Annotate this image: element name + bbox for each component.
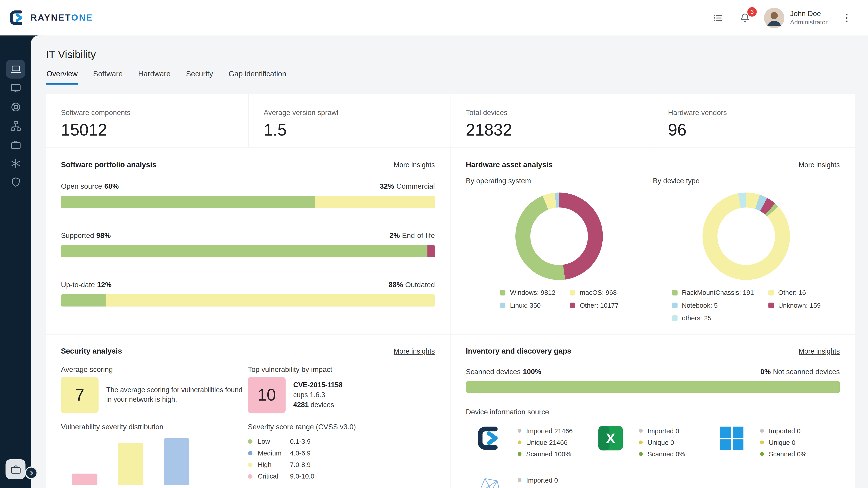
dashboard-grid: Software components 15012 Average versio… xyxy=(46,94,855,488)
more-insights-link[interactable]: More insights xyxy=(394,347,435,355)
card-title: Inventory and discovery gaps xyxy=(466,347,571,355)
app-shell: RAYNETONE 3 xyxy=(0,0,868,488)
tab-overview[interactable]: Overview xyxy=(46,70,78,85)
notifications-button[interactable]: 3 xyxy=(737,10,753,26)
severity-bar-medium xyxy=(164,438,189,485)
more-insights-link[interactable]: More insights xyxy=(394,161,435,168)
up-to-date-bar: Up-to-date12% 88%Outdated xyxy=(61,281,435,306)
os-legend: Windows: 9812 Linux: 350 macOS: 968 Othe… xyxy=(500,289,618,309)
kebab-menu-button[interactable] xyxy=(839,10,855,26)
svg-text:X: X xyxy=(606,430,615,446)
sidebar-item-devices[interactable] xyxy=(6,78,25,97)
task-list-button[interactable] xyxy=(710,10,726,26)
wireframe-icon xyxy=(476,474,502,488)
app-logo[interactable]: RAYNETONE xyxy=(9,9,93,26)
raynet-logo-icon xyxy=(9,9,25,26)
donut-by-device-type xyxy=(703,193,790,280)
source-excel: X Imported 0 Unique 0 Scanned 0% xyxy=(597,425,719,460)
lifebuoy-icon xyxy=(10,101,21,112)
source-windows: Imported 0 Unique 0 Scanned 0% xyxy=(718,425,840,460)
security-analysis-card: Security analysis More insights Average … xyxy=(46,335,450,488)
software-portfolio-card: Software portfolio analysis More insight… xyxy=(46,148,450,333)
supported-bar: Supported98% 2%End-of-life xyxy=(61,231,435,257)
kpi-strip: Software components 15012 Average versio… xyxy=(46,94,855,147)
page-title: IT Visibility xyxy=(46,49,855,61)
cvss-range-label: Severity score range (CVSS v3.0) xyxy=(248,423,435,431)
kpi-average-version-sprawl: Average version sprawl 1.5 xyxy=(248,94,450,147)
monitor-icon xyxy=(10,82,21,94)
severity-bar-high xyxy=(118,443,144,485)
card-title: Security analysis xyxy=(61,347,122,355)
briefcase-icon xyxy=(10,138,21,150)
average-scoring-block: Average scoring 7 The average scoring fo… xyxy=(61,365,248,485)
inventory-gaps-card: Inventory and discovery gaps More insigh… xyxy=(451,335,855,488)
tab-bar: Overview Software Hardware Security Gap … xyxy=(46,70,855,85)
tab-gap-identification[interactable]: Gap identification xyxy=(228,70,287,85)
task-list-icon xyxy=(712,12,723,24)
kpi-software-components: Software components 15012 xyxy=(46,94,248,147)
open-source-bar: Open source68% 32%Commercial xyxy=(61,182,435,208)
cve-devices: 4281 devices xyxy=(293,401,342,409)
device-information-source-label: Device information source xyxy=(466,408,840,416)
sidebar-item-it-visibility[interactable] xyxy=(6,60,25,78)
sidebar-item-integrations[interactable] xyxy=(6,154,25,173)
kpi-hardware-vendors: Hardware vendors 96 xyxy=(653,94,855,147)
cvss-legend: Low0.1-3.9 Medium4.0-6.9 High7.0-8.9 Cri… xyxy=(248,437,435,480)
sidebar-item-support[interactable] xyxy=(6,97,25,116)
source-raynet: Imported 21466 Unique 21466 Scanned 100% xyxy=(476,425,597,460)
top-vulnerability-score: 10 xyxy=(248,377,286,414)
user-role: Administrator xyxy=(790,18,828,26)
hardware-asset-card: Hardware asset analysis More insights By… xyxy=(451,148,855,333)
device-type-legend: RackMountChassis: 191 Notebook: 5 others… xyxy=(672,289,820,322)
os-donut-chart: By operating system Windows: 9812 Linux:… xyxy=(466,176,653,322)
briefcase-icon xyxy=(10,463,21,475)
main-content: IT Visibility Overview Software Hardware… xyxy=(31,35,868,488)
sidebar-item-workflows[interactable] xyxy=(6,116,25,135)
avatar xyxy=(764,7,784,28)
sidebar-expand-button[interactable] xyxy=(25,466,37,479)
sidebar-item-business[interactable] xyxy=(6,135,25,154)
source-wireframe: Imported 0 xyxy=(476,474,597,488)
laptop-icon xyxy=(10,63,21,75)
notification-badge: 3 xyxy=(747,7,757,17)
tab-security[interactable]: Security xyxy=(186,70,214,85)
more-insights-link[interactable]: More insights xyxy=(799,161,840,168)
severity-distribution-label: Vulnerability severity distribution xyxy=(61,423,248,431)
scanned-devices-bar xyxy=(466,381,840,393)
device-type-donut-chart: By device type RackMountChassis: 191 Not… xyxy=(653,176,840,322)
severity-distribution-chart xyxy=(72,438,248,485)
kebab-menu-icon xyxy=(841,12,852,24)
average-score-value: 7 xyxy=(61,377,98,414)
sidebar-item-security[interactable] xyxy=(6,173,25,191)
brand-name: RAYNETONE xyxy=(31,13,93,23)
tab-hardware[interactable]: Hardware xyxy=(138,70,171,85)
sitemap-icon xyxy=(10,120,21,131)
user-name: John Doe xyxy=(790,9,828,18)
user-menu[interactable]: John Doe Administrator xyxy=(764,7,828,28)
top-vulnerability-block: Top vulnerability by impact 10 CVE-2015-… xyxy=(248,365,435,485)
more-insights-link[interactable]: More insights xyxy=(799,347,840,355)
snowflake-icon xyxy=(10,158,21,169)
kpi-total-devices: Total devices 21832 xyxy=(450,94,652,147)
scanned-devices-labels: Scanned devices100% 0%Not scanned device… xyxy=(466,367,840,376)
donut-by-operating-system xyxy=(516,193,603,280)
excel-icon: X xyxy=(597,425,624,452)
source-grid: Imported 21466 Unique 21466 Scanned 100%… xyxy=(466,425,840,488)
cve-id: CVE-2015-1158 xyxy=(293,381,342,389)
top-bar: RAYNETONE 3 xyxy=(0,0,868,35)
sidebar xyxy=(0,35,31,488)
windows-icon xyxy=(718,425,745,452)
card-title: Software portfolio analysis xyxy=(61,160,156,169)
workspace-switcher-button[interactable] xyxy=(5,459,25,479)
severity-bar-critical xyxy=(72,474,97,485)
card-title: Hardware asset analysis xyxy=(466,160,553,169)
shield-icon xyxy=(10,176,21,188)
chevron-right-icon xyxy=(28,469,35,476)
tab-software[interactable]: Software xyxy=(93,70,123,85)
cve-package: cups 1.6.3 xyxy=(293,391,342,399)
raynet-icon xyxy=(476,425,502,452)
